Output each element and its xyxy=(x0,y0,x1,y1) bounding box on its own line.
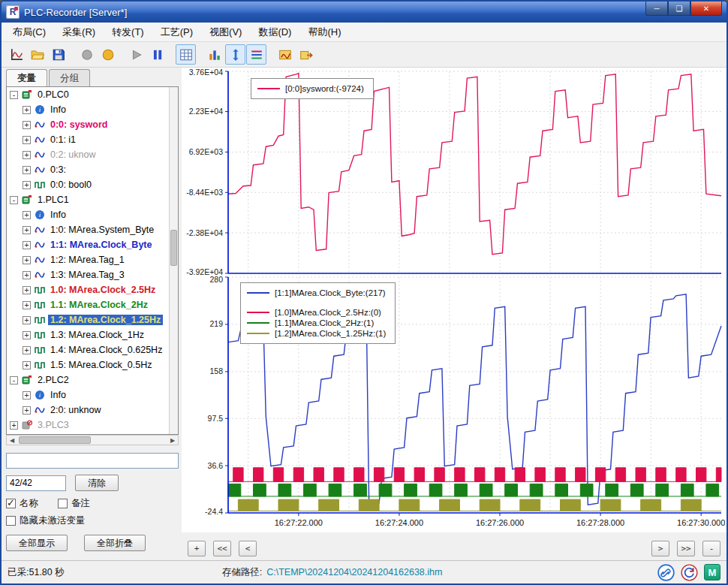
forward-button[interactable]: > xyxy=(651,541,669,556)
fast-backward-button[interactable]: << xyxy=(213,541,231,556)
filter-input[interactable] xyxy=(6,453,179,469)
svg-text:3.76E+04: 3.76E+04 xyxy=(189,68,223,77)
expander-icon[interactable]: + xyxy=(23,211,31,219)
backward-button[interactable]: < xyxy=(239,541,257,556)
expander-icon[interactable]: + xyxy=(23,166,31,174)
tree-item[interactable]: +0:0: bool0 xyxy=(7,177,169,192)
grid-view-button[interactable] xyxy=(176,44,196,65)
y-scale-button[interactable] xyxy=(225,44,245,65)
tree-item[interactable]: +1.0: MArea.Clock_2.5Hz xyxy=(7,282,169,297)
expander-icon[interactable]: + xyxy=(23,106,31,114)
tree-item[interactable]: +1:0: MArea.System_Byte xyxy=(7,222,169,237)
checkbox-item[interactable]: 隐藏未激活变量 xyxy=(6,514,86,527)
tree-item[interactable]: +3.PLC3 xyxy=(7,418,169,433)
refresh-icon[interactable] xyxy=(681,564,698,581)
tree-item[interactable]: +1:2: MArea.Tag_1 xyxy=(7,252,169,267)
scrollbar-thumb[interactable] xyxy=(19,436,91,444)
tree-item[interactable]: +1.2: MArea.Clock_1.25Hz xyxy=(7,312,169,327)
play-button[interactable] xyxy=(126,44,146,65)
tree-horizontal-scrollbar[interactable]: ◀ ▶ xyxy=(6,435,179,445)
tree-item[interactable]: +0:1: i1 xyxy=(7,132,169,147)
tree-item[interactable]: +0:3: xyxy=(7,162,169,177)
expander-icon[interactable]: + xyxy=(23,271,31,279)
expander-icon[interactable]: - xyxy=(10,196,18,204)
expander-icon[interactable]: + xyxy=(23,406,31,415)
expander-icon[interactable]: + xyxy=(23,286,31,294)
tree-item[interactable]: +1.1: MArea.Clock_2Hz xyxy=(7,297,169,312)
pause-button[interactable] xyxy=(147,44,167,65)
menu-item[interactable]: 帮助(H) xyxy=(299,23,349,42)
variable-counter-field[interactable] xyxy=(6,475,66,491)
scrollbar-thumb[interactable] xyxy=(170,230,177,266)
expander-icon[interactable]: + xyxy=(23,121,31,129)
tree-item[interactable]: +1:1: MArea.Clock_Byte xyxy=(7,237,169,252)
zoom-in-button[interactable]: + xyxy=(188,541,206,556)
menu-item[interactable]: 数据(D) xyxy=(250,23,299,42)
expander-icon[interactable]: + xyxy=(23,316,31,324)
tree-item[interactable]: -0.PLC0 xyxy=(7,87,169,102)
expander-icon[interactable]: + xyxy=(23,241,31,249)
tree-item[interactable]: +1.5: MArea.Clock_0.5Hz xyxy=(7,357,169,372)
minimize-button[interactable]: ─ xyxy=(645,2,668,16)
menu-item[interactable]: 采集(R) xyxy=(54,23,104,42)
waveform-config-button[interactable] xyxy=(6,44,26,65)
expander-icon[interactable]: + xyxy=(10,421,18,430)
tree-item[interactable]: +iInfo xyxy=(7,102,169,117)
checkbox-item[interactable]: 名称 xyxy=(6,497,38,510)
checkbox[interactable] xyxy=(6,499,16,508)
tab-variables[interactable]: 变量 xyxy=(6,69,47,86)
menu-item[interactable]: 布局(C) xyxy=(5,23,54,42)
tree-item[interactable]: -1.PLC1 xyxy=(7,192,169,207)
clear-button[interactable]: 清除 xyxy=(75,475,119,491)
expander-icon[interactable]: + xyxy=(23,361,31,369)
tree-vertical-scrollbar[interactable] xyxy=(169,87,178,434)
tree-item[interactable]: +0:0: sysword xyxy=(7,117,169,132)
collapse-all-button[interactable]: 全部折叠 xyxy=(84,535,146,551)
tree-item[interactable]: +2:0: unknow xyxy=(7,403,169,418)
name-note-checkbox-row: 名称备注 xyxy=(6,497,179,510)
tree-item[interactable]: +iInfo xyxy=(7,207,169,222)
snapshot-button[interactable] xyxy=(275,44,295,65)
expander-icon[interactable]: + xyxy=(23,181,31,189)
expander-icon[interactable]: + xyxy=(23,391,31,400)
expander-icon[interactable]: + xyxy=(23,346,31,354)
checkbox[interactable] xyxy=(58,499,68,508)
mark-button[interactable]: M xyxy=(704,564,720,580)
export-button[interactable] xyxy=(296,44,316,65)
tree-item[interactable]: -2.PLC2 xyxy=(7,372,169,387)
stop-button[interactable] xyxy=(98,44,118,65)
curve-style-button[interactable] xyxy=(246,44,266,65)
tree-item[interactable]: +1.4: MArea.Clock_0.625Hz xyxy=(7,342,169,357)
scroll-right-arrow-icon[interactable]: ▶ xyxy=(167,436,178,445)
open-button[interactable] xyxy=(27,44,47,65)
bar-chart-button[interactable] xyxy=(204,44,224,65)
zoom-out-button[interactable]: - xyxy=(702,541,720,556)
record-button[interactable] xyxy=(77,44,97,65)
link-icon[interactable] xyxy=(657,564,675,581)
expander-icon[interactable]: - xyxy=(10,376,18,384)
save-button[interactable] xyxy=(48,44,68,65)
maximize-button[interactable]: ❏ xyxy=(668,2,690,16)
menu-item[interactable]: 视图(V) xyxy=(201,23,250,42)
checkbox-item[interactable]: 备注 xyxy=(58,497,90,510)
menu-item[interactable]: 工艺(P) xyxy=(152,23,201,42)
tree-item[interactable]: +iInfo xyxy=(7,387,169,403)
title-bar[interactable]: R PLC-Recorder [Server*] ─ ❏ ✕ xyxy=(2,2,726,23)
close-button[interactable]: ✕ xyxy=(690,2,722,16)
fast-forward-button[interactable]: >> xyxy=(677,541,695,556)
tab-groups[interactable]: 分组 xyxy=(49,69,90,86)
tree-item[interactable]: +1.3: MArea.Clock_1Hz xyxy=(7,327,169,342)
expander-icon[interactable]: - xyxy=(10,91,18,99)
expander-icon[interactable]: + xyxy=(23,256,31,264)
expander-icon[interactable]: + xyxy=(23,226,31,234)
tree-item[interactable]: +0:2: uknow xyxy=(7,147,169,162)
expander-icon[interactable]: + xyxy=(23,331,31,339)
expander-icon[interactable]: + xyxy=(23,136,31,144)
menu-item[interactable]: 转发(T) xyxy=(104,23,152,42)
tree-item[interactable]: +1:3: MArea.Tag_3 xyxy=(7,267,169,282)
show-all-button[interactable]: 全部显示 xyxy=(6,535,68,551)
expander-icon[interactable]: + xyxy=(23,151,31,159)
scroll-left-arrow-icon[interactable]: ◀ xyxy=(7,436,17,445)
checkbox[interactable] xyxy=(6,516,16,526)
expander-icon[interactable]: + xyxy=(23,301,31,309)
